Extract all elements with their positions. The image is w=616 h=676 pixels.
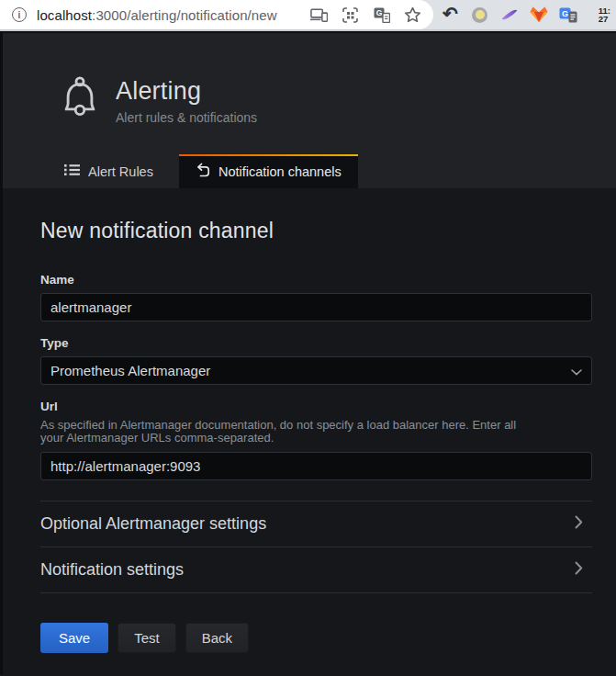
address-bar[interactable]: i localhost:3000/alerting/notification/n…: [0, 0, 433, 29]
tab-label: Alert Rules: [88, 164, 153, 179]
tab-alert-rules[interactable]: Alert Rules: [50, 154, 168, 188]
translate-extension-icon[interactable]: G: [558, 5, 577, 25]
url-input[interactable]: [40, 452, 592, 480]
section-optional-alertmanager-settings[interactable]: Optional Alertmanager settings: [40, 501, 592, 547]
url-label: Url: [40, 400, 592, 413]
test-button[interactable]: Test: [118, 623, 176, 653]
url-text[interactable]: localhost:3000/alerting/notification/new: [37, 7, 277, 23]
yellow-circle-icon[interactable]: [470, 5, 489, 25]
tab-notification-channels[interactable]: Notification channels: [179, 154, 358, 188]
chevron-right-icon: [575, 561, 583, 579]
url-host: localhost: [37, 7, 92, 23]
page-title-header: Alerting: [116, 77, 257, 106]
section-notification-settings[interactable]: Notification settings: [40, 547, 592, 593]
tab-label: Notification channels: [218, 164, 342, 179]
bookmark-star-icon[interactable]: [404, 6, 421, 24]
screen: i localhost:3000/alerting/notification/n…: [0, 0, 616, 674]
qr-code-icon[interactable]: [342, 6, 359, 24]
section-label: Notification settings: [40, 560, 184, 580]
type-label: Type: [40, 336, 592, 350]
svg-text:G: G: [375, 8, 382, 17]
bell-icon: [61, 75, 99, 119]
url-path: :3000/alerting/notification/new: [92, 7, 277, 23]
section-label: Optional Alertmanager settings: [40, 514, 266, 534]
name-label: Name: [40, 273, 592, 287]
page-header: Alerting Alert rules & notifications: [0, 31, 616, 188]
back-button[interactable]: Back: [185, 623, 249, 653]
send-to-device-icon[interactable]: [310, 6, 328, 24]
gitlab-fox-icon[interactable]: [529, 5, 548, 25]
channels-icon: [196, 163, 210, 180]
grafana-app: Alerting Alert rules & notifications: [0, 31, 616, 674]
browser-toolbar: i localhost:3000/alerting/notification/n…: [0, 0, 616, 31]
list-icon: [64, 163, 80, 179]
chevron-right-icon: [575, 515, 583, 533]
form-heading: New notification channel: [40, 219, 592, 243]
url-help-text: As specified in Alertmanager documentati…: [40, 419, 592, 445]
translate-page-icon[interactable]: G: [373, 6, 390, 24]
page-info-icon[interactable]: i: [12, 7, 27, 22]
name-input[interactable]: [40, 293, 592, 321]
tab-bar: Alert Rules Notification channels: [50, 154, 369, 188]
system-clock: 11: 27: [599, 6, 610, 23]
svg-text:G: G: [561, 8, 567, 17]
save-button[interactable]: Save: [40, 623, 108, 653]
type-select[interactable]: Prometheus Alertmanager: [40, 356, 592, 385]
page-subtitle: Alert rules & notifications: [116, 110, 257, 125]
chevron-down-icon: [571, 363, 582, 378]
undo-swirl-icon[interactable]: ↶: [441, 5, 460, 25]
main-content: New notification channel Name Type Prome…: [0, 188, 616, 653]
purple-quill-icon[interactable]: [499, 5, 519, 25]
type-select-value: Prometheus Alertmanager: [50, 363, 210, 378]
side-edge: [0, 31, 3, 674]
